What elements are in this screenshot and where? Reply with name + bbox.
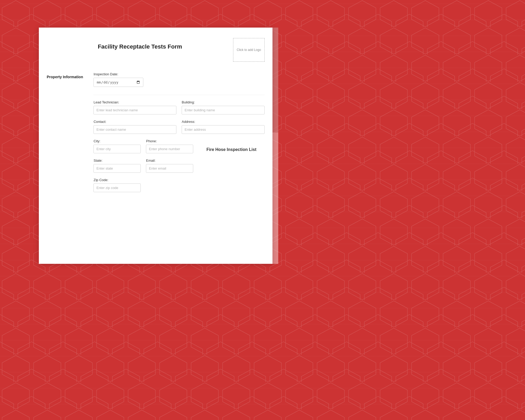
address-group: Address: (182, 120, 265, 134)
contact-label: Contact: (93, 120, 176, 124)
form-title: Facility Receptacle Tests Form (98, 43, 182, 50)
address-label: Address: (182, 120, 265, 124)
fire-hose-col: Fire Hose Inspection List (198, 147, 265, 153)
contact-input[interactable] (93, 125, 176, 134)
phone-label: Phone: (146, 139, 193, 143)
contact-group: Contact: (93, 120, 176, 134)
property-section: Property Information Inspection Date: Le… (47, 72, 265, 197)
lead-technician-group: Lead Technician: (93, 100, 176, 114)
inspection-date-label: Inspection Date: (93, 72, 265, 76)
state-label: State: (93, 159, 141, 162)
lead-technician-label: Lead Technician: (93, 100, 176, 104)
state-email-section: State: Email: (93, 159, 265, 173)
property-content: Inspection Date: Lead Technician: Buildi… (93, 72, 265, 197)
city-input[interactable] (93, 145, 141, 153)
building-input[interactable] (182, 106, 265, 114)
building-label: Building: (182, 100, 265, 104)
city-label: City: (93, 139, 141, 143)
zip-label: Zip Code: (93, 178, 141, 182)
city-group: City: (93, 139, 141, 153)
phone-input[interactable] (146, 145, 193, 153)
form-title-area: Facility Receptacle Tests Form (47, 38, 233, 50)
email-group: Email: (146, 159, 193, 173)
zip-section: Zip Code: (93, 178, 265, 192)
scrollbar-panel (272, 28, 278, 264)
state-input[interactable] (93, 164, 141, 173)
phone-group: Phone: (146, 139, 193, 153)
lead-technician-input[interactable] (93, 106, 176, 114)
form-page: Facility Receptacle Tests Form Click to … (39, 28, 272, 264)
lead-building-row: Lead Technician: Building: (93, 100, 265, 114)
email-label: Email: (146, 159, 193, 162)
scrollbar-thumb[interactable] (272, 28, 278, 133)
building-group: Building: (182, 100, 265, 114)
divider-1 (93, 95, 265, 95)
state-group: State: (93, 159, 141, 173)
city-phone-section: City: Phone: Fire Hose Inspection List (93, 139, 265, 153)
logo-box[interactable]: Click to add Logo (233, 38, 265, 62)
fire-hose-title: Fire Hose Inspection List (206, 147, 256, 153)
logo-placeholder-text: Click to add Logo (237, 48, 261, 52)
zip-group: Zip Code: (93, 178, 141, 192)
contact-address-row: Contact: Address: (93, 120, 265, 134)
address-input[interactable] (182, 125, 265, 134)
email-input[interactable] (146, 164, 193, 173)
property-information-label: Property Information (47, 75, 83, 197)
form-header: Facility Receptacle Tests Form Click to … (47, 38, 265, 62)
inspection-date-input[interactable] (93, 78, 143, 87)
zip-input[interactable] (93, 183, 141, 192)
inspection-date-section: Inspection Date: (93, 72, 265, 87)
